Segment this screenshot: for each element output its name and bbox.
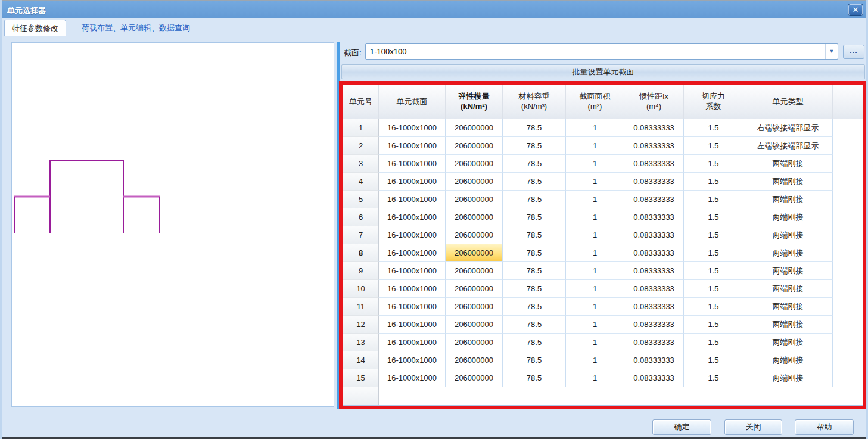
row-number-cell[interactable]: 7 xyxy=(343,226,379,244)
cell-type[interactable]: 两端刚接 xyxy=(743,208,833,226)
row-number-cell[interactable]: 2 xyxy=(343,137,379,155)
cell-area[interactable]: 1 xyxy=(566,280,624,298)
cell-shear[interactable]: 1.5 xyxy=(684,226,743,244)
help-button[interactable]: 帮助 xyxy=(795,419,854,435)
row-number-cell[interactable]: 13 xyxy=(343,334,379,351)
cell-shear[interactable]: 1.5 xyxy=(684,155,743,173)
cell-inertia[interactable]: 0.08333333 xyxy=(624,244,684,262)
cell-inertia[interactable]: 0.08333333 xyxy=(624,369,684,387)
cell-section[interactable]: 16-1000x1000 xyxy=(379,137,446,155)
row-number-cell[interactable]: 5 xyxy=(343,191,379,208)
cell-shear[interactable]: 1.5 xyxy=(684,173,743,191)
cell-density[interactable]: 78.5 xyxy=(503,316,566,334)
cell-area[interactable]: 1 xyxy=(566,262,624,280)
cell-shear[interactable]: 1.5 xyxy=(684,119,743,137)
cell-shear[interactable]: 1.5 xyxy=(684,369,743,387)
cell-area[interactable]: 1 xyxy=(566,316,624,334)
cell-inertia[interactable]: 0.08333333 xyxy=(624,334,684,351)
cell-type[interactable]: 两端刚接 xyxy=(743,191,833,208)
cell-inertia[interactable]: 0.08333333 xyxy=(624,137,684,155)
batch-set-section-button[interactable]: 批量设置单元截面 xyxy=(341,64,865,79)
cell-shear[interactable]: 1.5 xyxy=(684,280,743,298)
cell-modulus[interactable]: 206000000 xyxy=(446,298,503,316)
row-number-cell[interactable]: 9 xyxy=(343,262,379,280)
row-number-cell[interactable]: 11 xyxy=(343,298,379,316)
row-number-cell[interactable]: 3 xyxy=(343,155,379,173)
cell-modulus[interactable]: 206000000 xyxy=(446,226,503,244)
cell-section[interactable]: 16-1000x1000 xyxy=(379,119,446,137)
cell-area[interactable]: 1 xyxy=(566,334,624,351)
cell-section[interactable]: 16-1000x1000 xyxy=(379,298,446,316)
cell-area[interactable]: 1 xyxy=(566,119,624,137)
tab-feature-parameters[interactable]: 特征参数修改 xyxy=(4,20,66,36)
cell-inertia[interactable]: 0.08333333 xyxy=(624,155,684,173)
cell-section[interactable]: 16-1000x1000 xyxy=(379,208,446,226)
cell-type[interactable]: 两端刚接 xyxy=(743,226,833,244)
cell-inertia[interactable]: 0.08333333 xyxy=(624,298,684,316)
cell-shear[interactable]: 1.5 xyxy=(684,351,743,369)
cell-modulus[interactable]: 206000000 xyxy=(446,119,503,137)
cell-density[interactable]: 78.5 xyxy=(503,280,566,298)
cell-area[interactable]: 1 xyxy=(566,244,624,262)
cell-density[interactable]: 78.5 xyxy=(503,208,566,226)
cell-type[interactable]: 两端刚接 xyxy=(743,173,833,191)
chevron-down-icon[interactable]: ▼ xyxy=(825,44,838,59)
cell-density[interactable]: 78.5 xyxy=(503,244,566,262)
cell-section[interactable]: 16-1000x1000 xyxy=(379,173,446,191)
cell-inertia[interactable]: 0.08333333 xyxy=(624,280,684,298)
cell-modulus[interactable]: 206000000 xyxy=(446,244,503,262)
cell-density[interactable]: 78.5 xyxy=(503,137,566,155)
cell-density[interactable]: 78.5 xyxy=(503,119,566,137)
col-header-shear-factor[interactable]: 切应力系数 xyxy=(684,85,743,119)
cell-area[interactable]: 1 xyxy=(566,351,624,369)
col-header-section-area[interactable]: 截面面积(m²) xyxy=(566,85,624,119)
browse-sections-button[interactable]: ... xyxy=(843,45,864,59)
cell-density[interactable]: 78.5 xyxy=(503,369,566,387)
cell-area[interactable]: 1 xyxy=(566,208,624,226)
cell-type[interactable]: 两端刚接 xyxy=(743,316,833,334)
row-number-cell[interactable]: 10 xyxy=(343,280,379,298)
cell-inertia[interactable]: 0.08333333 xyxy=(624,119,684,137)
col-header-element-type[interactable]: 单元类型 xyxy=(743,85,833,119)
row-number-cell[interactable]: 4 xyxy=(343,173,379,191)
cell-type[interactable]: 两端刚接 xyxy=(743,298,833,316)
cell-section[interactable]: 16-1000x1000 xyxy=(379,316,446,334)
cell-section[interactable]: 16-1000x1000 xyxy=(379,262,446,280)
cell-section[interactable]: 16-1000x1000 xyxy=(379,244,446,262)
col-header-material-density[interactable]: 材料容重(kN/m³) xyxy=(503,85,566,119)
cell-shear[interactable]: 1.5 xyxy=(684,244,743,262)
cell-density[interactable]: 78.5 xyxy=(503,262,566,280)
cell-inertia[interactable]: 0.08333333 xyxy=(624,262,684,280)
cell-type[interactable]: 两端刚接 xyxy=(743,369,833,387)
cell-type[interactable]: 右端铰接端部显示 xyxy=(743,119,833,137)
cell-section[interactable]: 16-1000x1000 xyxy=(379,226,446,244)
cell-area[interactable]: 1 xyxy=(566,298,624,316)
cell-section[interactable]: 16-1000x1000 xyxy=(379,155,446,173)
cell-modulus[interactable]: 206000000 xyxy=(446,369,503,387)
cell-density[interactable]: 78.5 xyxy=(503,191,566,208)
section-combobox[interactable]: 1-100x100 ▼ xyxy=(365,43,838,60)
cell-shear[interactable]: 1.5 xyxy=(684,137,743,155)
cell-inertia[interactable]: 0.08333333 xyxy=(624,351,684,369)
cell-area[interactable]: 1 xyxy=(566,226,624,244)
cell-modulus[interactable]: 206000000 xyxy=(446,316,503,334)
cell-type[interactable]: 两端刚接 xyxy=(743,244,833,262)
ok-button[interactable]: 确定 xyxy=(652,419,711,435)
cell-type[interactable]: 左端铰接端部显示 xyxy=(743,137,833,155)
cell-density[interactable]: 78.5 xyxy=(503,155,566,173)
cell-inertia[interactable]: 0.08333333 xyxy=(624,173,684,191)
cell-shear[interactable]: 1.5 xyxy=(684,316,743,334)
cell-type[interactable]: 两端刚接 xyxy=(743,262,833,280)
cell-area[interactable]: 1 xyxy=(566,191,624,208)
cell-shear[interactable]: 1.5 xyxy=(684,298,743,316)
cell-modulus[interactable]: 206000000 xyxy=(446,191,503,208)
cell-inertia[interactable]: 0.08333333 xyxy=(624,226,684,244)
cell-modulus[interactable]: 206000000 xyxy=(446,208,503,226)
cell-type[interactable]: 两端刚接 xyxy=(743,155,833,173)
cell-shear[interactable]: 1.5 xyxy=(684,262,743,280)
cell-section[interactable]: 16-1000x1000 xyxy=(379,351,446,369)
cell-area[interactable]: 1 xyxy=(566,137,624,155)
cell-modulus[interactable]: 206000000 xyxy=(446,280,503,298)
row-number-cell[interactable]: 6 xyxy=(343,208,379,226)
titlebar[interactable]: 单元选择器 ✕ xyxy=(0,0,868,18)
